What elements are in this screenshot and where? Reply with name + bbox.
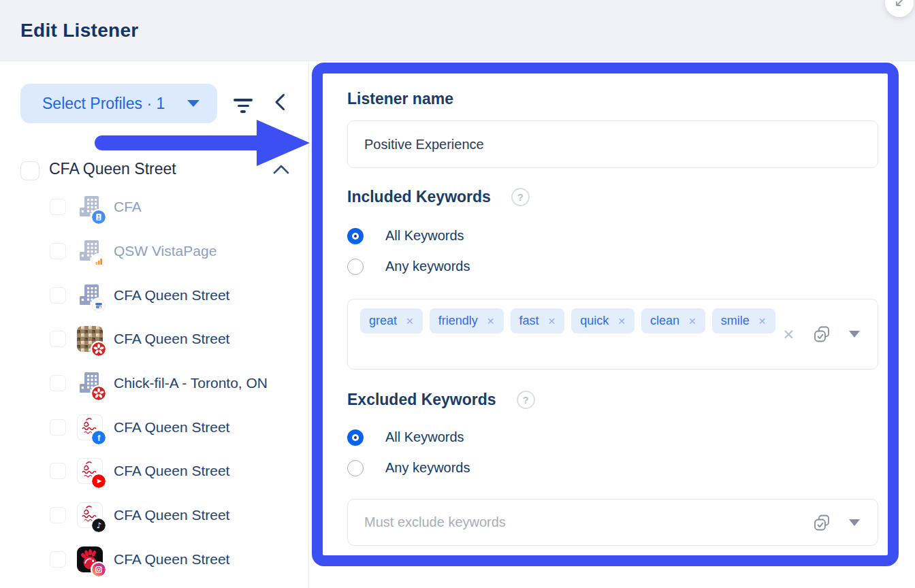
excluded-match-options: All Keywords Any keywords — [347, 422, 470, 483]
profile-label: CFA Queen Street — [114, 331, 229, 347]
included-keywords-box[interactable]: great ✕ friendly ✕ fast ✕ quick ✕ clean … — [347, 299, 878, 370]
keywords-box-controls: ✕ — [782, 325, 860, 344]
copy-keywords-icon[interactable] — [812, 325, 831, 344]
profile-checkbox[interactable] — [50, 287, 66, 304]
profile-checkbox[interactable] — [50, 419, 66, 436]
listener-name-field — [347, 120, 878, 168]
profile-avatar — [77, 370, 103, 396]
excluded-keywords-header: Excluded Keywords ? — [347, 391, 535, 409]
expand-keywords-icon[interactable] — [849, 519, 860, 526]
group-checkbox[interactable] — [20, 161, 39, 180]
profile-label: CFA Queen Street — [114, 419, 229, 436]
radio-label: Any keywords — [385, 259, 470, 274]
page-title: Edit Listener — [20, 20, 139, 42]
profile-checkbox[interactable] — [50, 375, 66, 391]
profile-avatar — [77, 282, 103, 308]
group-label: CFA Queen Street — [49, 160, 176, 178]
profile-checkbox[interactable] — [50, 199, 66, 215]
listener-settings-panel: Listener name Included Keywords ? All Ke… — [312, 63, 899, 566]
diagonal-arrow-icon — [891, 0, 908, 11]
remove-keyword-icon[interactable]: ✕ — [617, 316, 626, 327]
profile-list-item[interactable]: ♪ CFA Queen Street — [0, 493, 309, 538]
keyword-chip: great ✕ — [360, 308, 423, 333]
annotation-arrow-icon — [257, 120, 310, 166]
remove-keyword-icon[interactable]: ✕ — [758, 316, 767, 327]
chevron-down-icon — [187, 100, 199, 107]
keyword-chip: fast ✕ — [511, 308, 565, 333]
remove-keyword-icon[interactable]: ✕ — [688, 316, 696, 327]
copy-keywords-icon[interactable] — [812, 513, 831, 532]
listener-name-input[interactable] — [348, 121, 878, 167]
profile-list-item[interactable]: CFA Queen Street — [0, 273, 309, 317]
keyword-chip: quick ✕ — [571, 308, 635, 333]
profile-checkbox[interactable] — [50, 243, 66, 259]
profile-checkbox[interactable] — [50, 551, 66, 568]
profile-avatar: f — [77, 414, 103, 440]
radio-button[interactable] — [347, 228, 364, 244]
profile-label: Chick-fil-A - Toronto, ON — [114, 375, 268, 391]
remove-keyword-icon[interactable]: ✕ — [487, 316, 495, 327]
keyword-chip: smile ✕ — [712, 308, 775, 333]
radio-option[interactable]: Any keywords — [347, 453, 470, 483]
profile-checkbox[interactable] — [50, 507, 66, 523]
profile-label: QSW VistaPage — [114, 243, 216, 259]
radio-option[interactable]: All Keywords — [347, 220, 470, 251]
collapse-sidebar-button[interactable] — [272, 93, 291, 116]
instagram-icon — [91, 561, 107, 578]
profile-avatar — [77, 194, 103, 220]
remove-keyword-icon[interactable]: ✕ — [406, 316, 414, 327]
profile-list: CFA QSW VistaPage CFA Queen Street — [0, 185, 309, 581]
profile-label: CFA — [114, 199, 142, 215]
included-match-options: All Keywords Any keywords — [347, 220, 470, 282]
google-business-icon — [91, 297, 107, 314]
keyword-chip-label: quick — [580, 314, 609, 328]
expand-keywords-icon[interactable] — [849, 331, 860, 338]
contact-card-icon — [91, 209, 107, 225]
filter-icon — [234, 99, 253, 101]
yelp-icon — [91, 341, 107, 357]
radio-button[interactable] — [347, 259, 364, 275]
excluded-keywords-title: Excluded Keywords — [347, 391, 496, 409]
profile-avatar: ♪ — [77, 502, 103, 528]
filter-button[interactable] — [232, 97, 254, 116]
svg-text:♪: ♪ — [97, 521, 101, 530]
radio-option[interactable]: All Keywords — [347, 422, 470, 453]
radio-option[interactable]: Any keywords — [347, 251, 470, 282]
excluded-keywords-box — [347, 499, 878, 546]
help-icon[interactable]: ? — [517, 391, 535, 409]
keyword-chip-label: clean — [650, 314, 679, 328]
keyword-chip-label: fast — [519, 314, 539, 328]
profile-list-item[interactable]: QSW VistaPage — [0, 229, 309, 274]
profile-list-item[interactable]: Chick-fil-A - Toronto, ON — [0, 361, 309, 406]
profile-checkbox[interactable] — [50, 331, 66, 347]
keyword-chip-label: great — [369, 314, 397, 328]
keyword-chip-label: smile — [721, 314, 750, 328]
profile-avatar — [77, 238, 103, 264]
profile-checkbox[interactable] — [50, 463, 66, 479]
radio-button[interactable] — [347, 429, 364, 446]
analytics-icon — [91, 253, 107, 270]
profile-list-item[interactable]: f CFA Queen Street — [0, 405, 309, 449]
profiles-sidebar: Select Profiles · 1 CFA Queen Street CFA — [0, 61, 309, 588]
profile-list-item[interactable]: CFA Queen Street — [0, 317, 309, 361]
profile-avatar — [77, 546, 103, 572]
profile-label: CFA Queen Street — [114, 507, 229, 523]
profile-list-item[interactable]: CFA — [0, 185, 309, 229]
radio-button[interactable] — [347, 460, 364, 476]
facebook-icon: f — [91, 429, 107, 446]
profile-list-item[interactable]: CFA Queen Street — [0, 538, 309, 582]
clear-keywords-icon[interactable]: ✕ — [782, 327, 794, 342]
excluded-keywords-input[interactable] — [348, 500, 878, 545]
radio-label: Any keywords — [385, 460, 470, 476]
profile-avatar — [77, 458, 103, 484]
profile-list-item[interactable]: CFA Queen Street — [0, 449, 309, 493]
group-collapse-button[interactable] — [272, 163, 290, 176]
profile-label: CFA Queen Street — [114, 551, 229, 568]
included-keywords-title: Included Keywords — [347, 188, 491, 206]
yelp-icon — [91, 385, 107, 402]
select-profiles-dropdown[interactable]: Select Profiles · 1 — [20, 84, 217, 123]
help-icon[interactable]: ? — [511, 188, 530, 206]
page-header: Edit Listener — [0, 0, 915, 61]
remove-keyword-icon[interactable]: ✕ — [548, 316, 556, 327]
radio-label: All Keywords — [385, 429, 464, 445]
